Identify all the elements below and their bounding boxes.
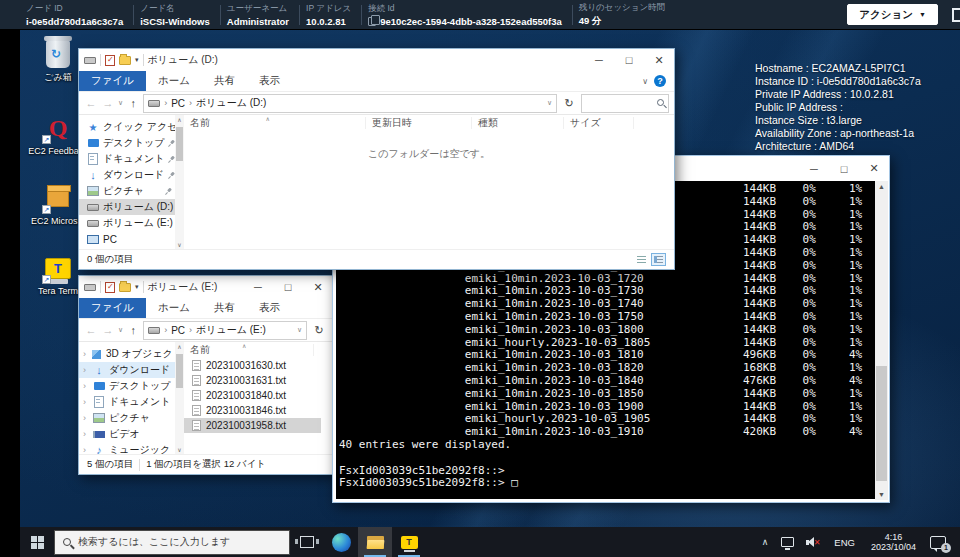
chevron-right-icon[interactable]: ›	[83, 413, 89, 423]
icons-view-button[interactable]	[651, 253, 666, 266]
actions-button[interactable]: アクション ▼	[847, 4, 938, 25]
scroll-up-icon[interactable]: ∧	[175, 116, 184, 123]
minimize-button[interactable]: ─	[799, 156, 829, 181]
file-row[interactable]: 202310031840.txt	[184, 388, 321, 403]
file-row[interactable]: 202310031958.txt	[184, 418, 321, 433]
clock[interactable]: 4:16 2023/10/04	[865, 532, 922, 553]
language-indicator[interactable]: ENG	[828, 537, 861, 548]
maximize-button[interactable]: □	[614, 49, 644, 71]
nav-scrollbar[interactable]: ∧∨	[175, 115, 184, 249]
explorer-titlebar[interactable]: ▾ボリューム (E:)─□✕	[79, 276, 333, 298]
tab-file[interactable]: ファイル	[79, 298, 146, 318]
up-button[interactable]: ↑	[126, 324, 140, 336]
copy-icon[interactable]	[368, 17, 376, 26]
column-header-0[interactable]: 名前∧	[184, 117, 366, 129]
explorer-button[interactable]	[358, 527, 392, 557]
up-button[interactable]: ↑	[126, 97, 140, 109]
chevron-right-icon[interactable]: ›	[83, 445, 89, 454]
nav-item[interactable]: ドキュメント	[79, 151, 175, 167]
nav-item[interactable]: ›ピクチャ	[79, 410, 175, 426]
help-icon[interactable]: ?	[654, 75, 666, 87]
chevron-right-icon[interactable]: ›	[83, 397, 89, 407]
breadcrumb-item[interactable]: PC	[171, 98, 185, 109]
fullscreen-icon[interactable]	[952, 8, 960, 22]
column-header-2[interactable]: 種類	[472, 117, 564, 129]
recent-locations-icon[interactable]: ∨	[118, 99, 123, 107]
chevron-right-icon[interactable]: ›	[83, 381, 89, 391]
nav-item[interactable]: ›ドキュメント	[79, 394, 175, 410]
breadcrumb-item[interactable]: PC	[171, 325, 185, 336]
ribbon-expand-icon[interactable]: ∨	[642, 77, 648, 86]
close-button[interactable]: ✕	[644, 49, 674, 71]
scroll-down-icon[interactable]: ▼	[875, 491, 888, 498]
maximize-button[interactable]: □	[829, 156, 859, 181]
explorer-titlebar[interactable]: ▾ボリューム (D:)─□✕	[79, 49, 674, 71]
tab-share[interactable]: 共有	[202, 298, 247, 318]
scroll-down-icon[interactable]: ∨	[175, 446, 184, 453]
nav-item[interactable]: ›デスクトップ	[79, 378, 175, 394]
nav-item[interactable]: ダウンロード	[79, 167, 175, 183]
chevron-right-icon[interactable]: ›	[83, 429, 89, 439]
minimize-button[interactable]: ─	[243, 276, 273, 298]
volume-muted-icon[interactable]: ✕	[806, 537, 820, 548]
close-button[interactable]: ✕	[303, 276, 333, 298]
scroll-up-icon[interactable]: ∧	[175, 343, 184, 350]
explorer-search-input[interactable]	[581, 94, 669, 113]
tab-home[interactable]: ホーム	[146, 71, 202, 91]
start-button[interactable]	[20, 527, 54, 557]
back-button[interactable]: ←	[84, 97, 98, 109]
taskbar-search[interactable]: 検索するには、ここに入力します	[54, 530, 290, 555]
breadcrumb[interactable]: ›PC›ボリューム (D:)∨	[143, 94, 557, 113]
breadcrumb[interactable]: ›PC›ボリューム (E:)∨	[143, 321, 307, 340]
chevron-right-icon[interactable]: ›	[83, 365, 89, 375]
nav-item[interactable]: デスクトップ	[79, 135, 175, 151]
scroll-down-icon[interactable]: ∨	[175, 241, 184, 248]
tab-home[interactable]: ホーム	[146, 298, 202, 318]
file-row[interactable]: 202310031846.txt	[184, 403, 321, 418]
qat-caret-icon[interactable]: ▾	[135, 283, 139, 291]
file-row[interactable]: 202310031630.txt	[184, 358, 321, 373]
refresh-button[interactable]: ↻	[310, 324, 328, 337]
qat-caret-icon[interactable]: ▾	[135, 56, 139, 64]
nav-item[interactable]: ›ビデオ	[79, 426, 175, 442]
recent-locations-icon[interactable]: ∨	[118, 326, 123, 334]
nav-item[interactable]: ピクチャ	[79, 183, 175, 199]
notification-button[interactable]: 1	[930, 536, 946, 549]
task-view-button[interactable]	[290, 527, 324, 557]
scroll-up-icon[interactable]: ▲	[875, 183, 888, 190]
forward-button[interactable]: →	[101, 324, 115, 336]
properties-icon[interactable]	[105, 282, 115, 293]
nav-item[interactable]: ボリューム (D:)	[79, 199, 175, 215]
refresh-button[interactable]: ↻	[560, 97, 578, 110]
chevron-right-icon[interactable]: ›	[83, 349, 86, 359]
edge-button[interactable]	[324, 527, 358, 557]
column-header-1[interactable]: 更新日時	[366, 117, 472, 129]
tab-share[interactable]: 共有	[202, 71, 247, 91]
nav-item[interactable]: ›ミュージック	[79, 442, 175, 454]
nav-scrollbar[interactable]: ∧∨	[175, 342, 184, 454]
scrollbar-thumb[interactable]	[176, 354, 183, 388]
nav-item[interactable]: ボリューム (E:)	[79, 215, 175, 231]
breadcrumb-item[interactable]: ボリューム (D:)	[196, 96, 266, 110]
breadcrumb-item[interactable]: ボリューム (E:)	[196, 323, 266, 337]
back-button[interactable]: ←	[84, 324, 98, 336]
properties-icon[interactable]	[105, 55, 115, 66]
new-folder-icon[interactable]	[119, 283, 131, 292]
nav-item[interactable]: PC	[79, 231, 175, 247]
breadcrumb-caret-icon[interactable]: ∨	[547, 99, 552, 107]
nav-item[interactable]: ›3D オブジェクト	[79, 346, 175, 362]
minimize-button[interactable]: ─	[584, 49, 614, 71]
new-folder-icon[interactable]	[119, 56, 131, 65]
details-view-button[interactable]	[634, 253, 649, 266]
file-row[interactable]: 202310031631.txt	[184, 373, 321, 388]
maximize-button[interactable]: □	[273, 276, 303, 298]
breadcrumb-caret-icon[interactable]: ∨	[297, 326, 302, 334]
tab-view[interactable]: 表示	[247, 298, 292, 318]
scrollbar-thumb[interactable]	[176, 127, 183, 161]
nav-item[interactable]: クイック アクセス	[79, 119, 175, 135]
terminal-scrollbar[interactable]: ▲ ▼	[875, 181, 888, 500]
teraterm-button[interactable]: T	[392, 527, 426, 557]
close-button[interactable]: ✕	[859, 156, 889, 181]
scrollbar-thumb[interactable]	[876, 366, 887, 481]
tab-view[interactable]: 表示	[247, 71, 292, 91]
